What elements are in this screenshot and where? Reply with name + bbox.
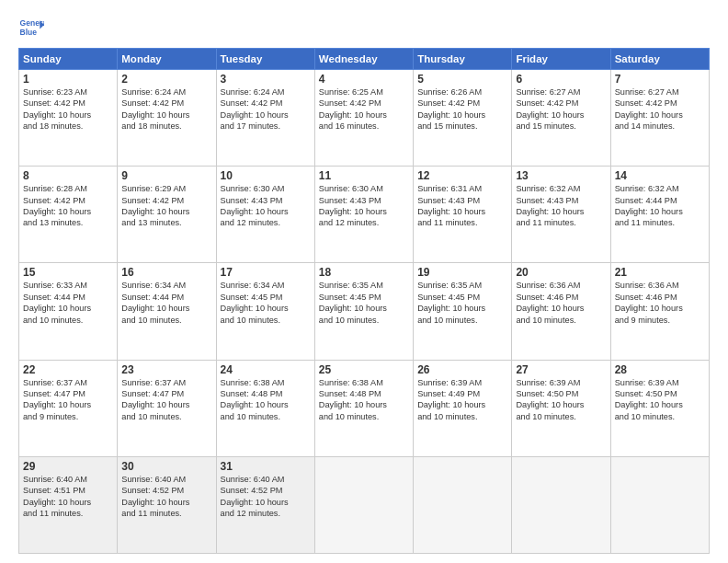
- cell-details: Sunrise: 6:39 AM Sunset: 4:50 PM Dayligh…: [615, 377, 705, 423]
- day-number: 17: [221, 266, 311, 279]
- header-day-saturday: Saturday: [610, 49, 709, 70]
- day-number: 4: [319, 73, 409, 86]
- calendar-cell: 23Sunrise: 6:37 AM Sunset: 4:47 PM Dayli…: [118, 360, 216, 456]
- header-day-monday: Monday: [118, 49, 216, 70]
- calendar-page: General Blue SundayMondayTuesdayWednesda…: [0, 0, 728, 563]
- cell-details: Sunrise: 6:25 AM Sunset: 4:42 PM Dayligh…: [319, 86, 409, 132]
- calendar-cell: 26Sunrise: 6:39 AM Sunset: 4:49 PM Dayli…: [414, 360, 512, 456]
- cell-details: Sunrise: 6:39 AM Sunset: 4:49 PM Dayligh…: [417, 377, 507, 423]
- calendar-cell: 20Sunrise: 6:36 AM Sunset: 4:46 PM Dayli…: [512, 263, 610, 360]
- header: General Blue: [18, 15, 710, 40]
- day-number: 21: [615, 266, 705, 279]
- calendar-cell: 2Sunrise: 6:24 AM Sunset: 4:42 PM Daylig…: [118, 70, 216, 167]
- calendar-cell: 21Sunrise: 6:36 AM Sunset: 4:46 PM Dayli…: [610, 263, 709, 360]
- calendar-cell: 27Sunrise: 6:39 AM Sunset: 4:50 PM Dayli…: [512, 360, 610, 456]
- cell-details: Sunrise: 6:23 AM Sunset: 4:42 PM Dayligh…: [23, 86, 113, 132]
- day-number: 3: [221, 73, 311, 86]
- day-number: 31: [221, 460, 311, 473]
- cell-details: Sunrise: 6:37 AM Sunset: 4:47 PM Dayligh…: [23, 377, 113, 423]
- day-number: 6: [516, 73, 606, 86]
- day-number: 11: [319, 169, 409, 182]
- cell-details: Sunrise: 6:40 AM Sunset: 4:52 PM Dayligh…: [121, 474, 211, 520]
- cell-details: Sunrise: 6:27 AM Sunset: 4:42 PM Dayligh…: [516, 86, 606, 132]
- calendar-cell: 25Sunrise: 6:38 AM Sunset: 4:48 PM Dayli…: [314, 360, 413, 456]
- calendar-cell: 8Sunrise: 6:28 AM Sunset: 4:42 PM Daylig…: [19, 167, 118, 263]
- calendar-cell: 9Sunrise: 6:29 AM Sunset: 4:42 PM Daylig…: [118, 167, 216, 263]
- cell-details: Sunrise: 6:35 AM Sunset: 4:45 PM Dayligh…: [417, 280, 507, 326]
- cell-details: Sunrise: 6:40 AM Sunset: 4:51 PM Dayligh…: [23, 474, 113, 520]
- day-number: 14: [615, 169, 705, 182]
- cell-details: Sunrise: 6:34 AM Sunset: 4:45 PM Dayligh…: [221, 280, 311, 326]
- calendar-cell: 3Sunrise: 6:24 AM Sunset: 4:42 PM Daylig…: [216, 70, 314, 167]
- calendar-cell: [314, 456, 413, 553]
- calendar-cell: [512, 456, 610, 553]
- calendar-cell: 29Sunrise: 6:40 AM Sunset: 4:51 PM Dayli…: [19, 456, 118, 553]
- calendar-cell: 17Sunrise: 6:34 AM Sunset: 4:45 PM Dayli…: [216, 263, 314, 360]
- calendar-week-row: 29Sunrise: 6:40 AM Sunset: 4:51 PM Dayli…: [19, 456, 710, 553]
- cell-details: Sunrise: 6:33 AM Sunset: 4:44 PM Dayligh…: [23, 280, 113, 326]
- calendar-cell: 28Sunrise: 6:39 AM Sunset: 4:50 PM Dayli…: [610, 360, 709, 456]
- cell-details: Sunrise: 6:32 AM Sunset: 4:43 PM Dayligh…: [516, 183, 606, 229]
- cell-details: Sunrise: 6:36 AM Sunset: 4:46 PM Dayligh…: [615, 280, 705, 326]
- calendar-week-row: 8Sunrise: 6:28 AM Sunset: 4:42 PM Daylig…: [19, 167, 710, 263]
- day-number: 18: [319, 266, 409, 279]
- day-number: 12: [417, 169, 507, 182]
- day-number: 2: [121, 73, 211, 86]
- header-day-friday: Friday: [512, 49, 610, 70]
- day-number: 8: [23, 169, 113, 182]
- day-number: 22: [23, 363, 113, 376]
- calendar-cell: 14Sunrise: 6:32 AM Sunset: 4:44 PM Dayli…: [610, 167, 709, 263]
- day-number: 13: [516, 169, 606, 182]
- calendar-cell: 10Sunrise: 6:30 AM Sunset: 4:43 PM Dayli…: [216, 167, 314, 263]
- header-day-tuesday: Tuesday: [216, 49, 314, 70]
- day-number: 29: [23, 460, 113, 473]
- calendar-week-row: 1Sunrise: 6:23 AM Sunset: 4:42 PM Daylig…: [19, 70, 710, 167]
- day-number: 26: [417, 363, 507, 376]
- calendar-cell: [414, 456, 512, 553]
- cell-details: Sunrise: 6:38 AM Sunset: 4:48 PM Dayligh…: [319, 377, 409, 423]
- cell-details: Sunrise: 6:28 AM Sunset: 4:42 PM Dayligh…: [23, 183, 113, 229]
- header-day-wednesday: Wednesday: [314, 49, 413, 70]
- cell-details: Sunrise: 6:31 AM Sunset: 4:43 PM Dayligh…: [417, 183, 507, 229]
- cell-details: Sunrise: 6:24 AM Sunset: 4:42 PM Dayligh…: [221, 86, 311, 132]
- day-number: 23: [121, 363, 211, 376]
- day-number: 15: [23, 266, 113, 279]
- calendar-cell: 18Sunrise: 6:35 AM Sunset: 4:45 PM Dayli…: [314, 263, 413, 360]
- calendar-cell: 30Sunrise: 6:40 AM Sunset: 4:52 PM Dayli…: [118, 456, 216, 553]
- day-number: 20: [516, 266, 606, 279]
- cell-details: Sunrise: 6:39 AM Sunset: 4:50 PM Dayligh…: [516, 377, 606, 423]
- day-number: 16: [121, 266, 211, 279]
- calendar-cell: 16Sunrise: 6:34 AM Sunset: 4:44 PM Dayli…: [118, 263, 216, 360]
- calendar-header-row: SundayMondayTuesdayWednesdayThursdayFrid…: [19, 49, 710, 70]
- cell-details: Sunrise: 6:32 AM Sunset: 4:44 PM Dayligh…: [615, 183, 705, 229]
- day-number: 9: [121, 169, 211, 182]
- svg-text:Blue: Blue: [20, 28, 38, 37]
- day-number: 10: [221, 169, 311, 182]
- day-number: 5: [417, 73, 507, 86]
- calendar-table: SundayMondayTuesdayWednesdayThursdayFrid…: [18, 48, 710, 554]
- cell-details: Sunrise: 6:37 AM Sunset: 4:47 PM Dayligh…: [121, 377, 211, 423]
- cell-details: Sunrise: 6:27 AM Sunset: 4:42 PM Dayligh…: [615, 86, 705, 132]
- day-number: 7: [615, 73, 705, 86]
- calendar-cell: 1Sunrise: 6:23 AM Sunset: 4:42 PM Daylig…: [19, 70, 118, 167]
- cell-details: Sunrise: 6:38 AM Sunset: 4:48 PM Dayligh…: [221, 377, 311, 423]
- calendar-cell: 7Sunrise: 6:27 AM Sunset: 4:42 PM Daylig…: [610, 70, 709, 167]
- cell-details: Sunrise: 6:24 AM Sunset: 4:42 PM Dayligh…: [121, 86, 211, 132]
- calendar-cell: 5Sunrise: 6:26 AM Sunset: 4:42 PM Daylig…: [414, 70, 512, 167]
- calendar-cell: 13Sunrise: 6:32 AM Sunset: 4:43 PM Dayli…: [512, 167, 610, 263]
- cell-details: Sunrise: 6:26 AM Sunset: 4:42 PM Dayligh…: [417, 86, 507, 132]
- calendar-cell: 11Sunrise: 6:30 AM Sunset: 4:43 PM Dayli…: [314, 167, 413, 263]
- logo: General Blue: [18, 15, 44, 40]
- calendar-cell: 4Sunrise: 6:25 AM Sunset: 4:42 PM Daylig…: [314, 70, 413, 167]
- cell-details: Sunrise: 6:40 AM Sunset: 4:52 PM Dayligh…: [221, 474, 311, 520]
- day-number: 24: [221, 363, 311, 376]
- calendar-cell: 31Sunrise: 6:40 AM Sunset: 4:52 PM Dayli…: [216, 456, 314, 553]
- cell-details: Sunrise: 6:29 AM Sunset: 4:42 PM Dayligh…: [121, 183, 211, 229]
- calendar-cell: 22Sunrise: 6:37 AM Sunset: 4:47 PM Dayli…: [19, 360, 118, 456]
- calendar-week-row: 15Sunrise: 6:33 AM Sunset: 4:44 PM Dayli…: [19, 263, 710, 360]
- day-number: 28: [615, 363, 705, 376]
- cell-details: Sunrise: 6:30 AM Sunset: 4:43 PM Dayligh…: [221, 183, 311, 229]
- calendar-cell: 19Sunrise: 6:35 AM Sunset: 4:45 PM Dayli…: [414, 263, 512, 360]
- calendar-cell: 12Sunrise: 6:31 AM Sunset: 4:43 PM Dayli…: [414, 167, 512, 263]
- calendar-cell: 6Sunrise: 6:27 AM Sunset: 4:42 PM Daylig…: [512, 70, 610, 167]
